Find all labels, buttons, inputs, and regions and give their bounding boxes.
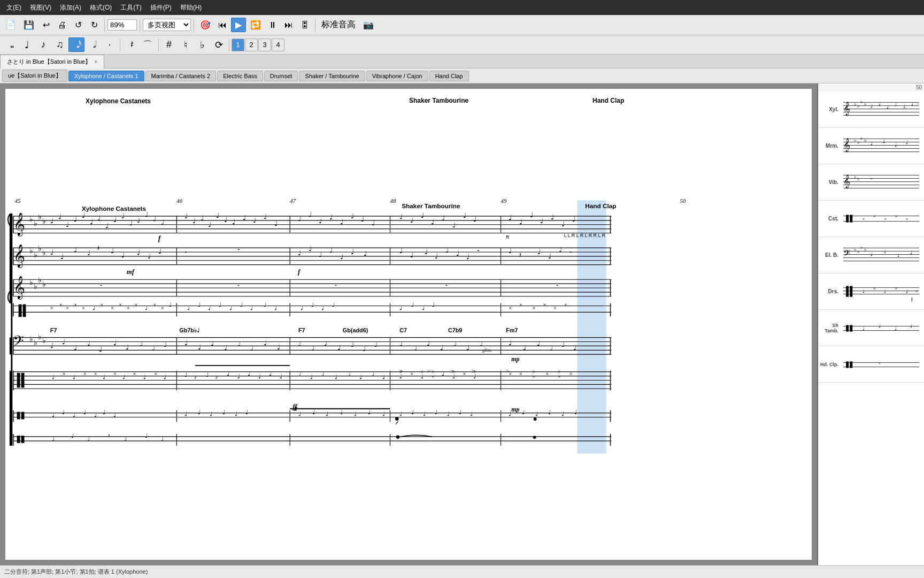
svg-text:♩: ♩ [143,374,146,380]
svg-text:♩: ♩ [301,305,303,311]
view-mode-select[interactable]: 多页视图 [143,19,191,31]
svg-text:×: × [62,370,65,377]
svg-text:♩: ♩ [364,250,367,257]
svg-text:×: × [564,301,567,308]
score-area[interactable]: Xylophone Castanets Shaker Tambourine Ha… [0,83,924,565]
svg-text:>: > [427,368,430,374]
enharmonic-button[interactable]: ⟳ [211,37,227,52]
part-tab-hc[interactable]: Hand Clap [429,71,469,81]
voice-2-button[interactable]: 2 [245,39,258,51]
note-quarter[interactable]: ♪ [35,37,51,52]
zoom-input[interactable] [107,19,137,31]
svg-text:♩: ♩ [113,412,116,418]
svg-text:♩: ♩ [895,142,897,148]
svg-text:♪: ♪ [194,374,197,381]
new-button[interactable]: 📄 [2,18,19,32]
sep3 [194,19,194,32]
loop-button[interactable]: 🔁 [247,18,264,32]
svg-text:♭: ♭ [854,101,856,107]
pause-button[interactable]: ⏸ [265,18,280,32]
save-button[interactable]: 💾 [20,18,37,32]
note-sixteenth[interactable]: 𝅘𝅥𝅯 [68,37,84,52]
note-dotted[interactable]: 𝅗𝅥 [85,37,101,52]
note-eighth[interactable]: ♫ [52,37,68,52]
note-half[interactable]: ♩ [19,37,35,52]
menu-help[interactable]: 帮助(H) [176,1,206,14]
svg-text:♩: ♩ [145,211,148,218]
svg-text:♩: ♩ [152,345,155,352]
svg-text:♩: ♩ [126,344,129,351]
mini-staff-elb: 𝄢 ♭ ♭ ♭ ♭ ♩ ♩ ♩ ♩ [841,240,922,270]
play-button[interactable]: ▶ [231,18,246,32]
voice-4-button[interactable]: 4 [272,39,284,51]
svg-text:×: × [113,370,117,377]
natural-button[interactable]: ♮ [178,37,194,52]
part-tab-xyl[interactable]: Xylophone / Castanets 1 [68,71,144,81]
menu-view[interactable]: 视图(V) [26,1,56,14]
tie-button[interactable]: ⌒ [139,37,156,53]
redo-button[interactable]: ↻ [87,18,102,32]
voice-1-button[interactable]: 1 [232,39,244,51]
print-button[interactable]: 🖨 [55,18,70,32]
svg-text:♩: ♩ [509,410,511,417]
svg-text:♩: ♩ [456,250,459,257]
undo-button[interactable]: ↺ [71,18,86,32]
note-whole[interactable]: 𝅝 [2,37,18,52]
svg-text:♩: ♩ [208,221,211,229]
score-svg: Xylophone Castanets Shaker Tambourine Ha… [5,89,812,560]
svg-text:𝄞: 𝄞 [843,102,850,116]
menu-add[interactable]: 添加(A) [56,1,86,14]
svg-text:♩: ♩ [153,215,156,223]
part-tab-eb[interactable]: Electric Bass [217,71,263,81]
svg-text:♩: ♩ [113,216,117,224]
camera-button[interactable]: 📷 [360,18,377,32]
menu-file[interactable]: 文(E) [2,1,26,14]
menu-plugins[interactable]: 插件(P) [146,1,176,14]
svg-text:×: × [100,301,103,308]
part-tab-mar[interactable]: Marimba / Castanets 2 [145,71,217,81]
sep4 [315,19,315,32]
rest-button[interactable]: 𝄽 [122,37,138,52]
svg-text:♩: ♩ [871,141,873,146]
svg-text:♩: ♩ [184,212,188,220]
svg-text:♩: ♩ [311,301,314,308]
start-button[interactable]: ⏮ [215,18,230,32]
svg-text:♩: ♩ [113,339,117,347]
sharp-button[interactable]: # [161,37,177,52]
svg-text:>: > [399,368,403,374]
voice-3-button[interactable]: 3 [258,39,271,51]
pitch-button[interactable]: 标准音高 [318,17,359,33]
svg-text:♭: ♭ [38,333,42,341]
tab-close-button[interactable]: × [94,59,97,65]
svg-text:×: × [533,305,536,311]
svg-text:♩: ♩ [298,371,301,377]
flat-button[interactable]: ♭ [194,37,210,52]
svg-text:♩: ♩ [216,212,219,219]
svg-text:♩: ♩ [509,247,512,255]
revert-button[interactable]: ↩ [38,18,53,32]
part-tab-drs[interactable]: Drumset [264,71,298,81]
svg-text:mp: mp [511,355,519,363]
svg-text:♩: ♩ [337,344,341,352]
doc-tab[interactable]: さとり in Blue【Satori in Blue】 × [0,55,104,69]
svg-text:♩: ♩ [87,249,90,257]
part-tab-vib[interactable]: Vibraphone / Cajon [366,71,428,81]
tune-button[interactable]: 🎯 [197,18,214,32]
svg-text:♩: ♩ [309,211,312,218]
svg-text:♩: ♩ [222,409,225,415]
mini-label-xyl: Xyl. [820,107,841,112]
mini-measure-num: 50 [818,83,924,92]
note-dot[interactable]: · [102,37,118,52]
svg-text:×: × [519,370,522,377]
svg-text:♩: ♩ [452,222,456,229]
part-tab-sh[interactable]: Shaker / Tambourine [299,71,365,81]
svg-text:♭: ♭ [29,278,33,286]
mixer-button[interactable]: 🎛 [297,18,312,32]
skip-button[interactable]: ⏭ [281,18,296,32]
svg-text:♩: ♩ [121,252,125,259]
part-tab-satori[interactable]: ue【Satori in Blue】 [2,70,67,82]
menu-tools[interactable]: 工具(T) [116,1,145,14]
svg-text:♩: ♩ [573,344,576,352]
menu-format[interactable]: 格式(O) [86,1,116,14]
svg-text:♩: ♩ [871,252,873,257]
